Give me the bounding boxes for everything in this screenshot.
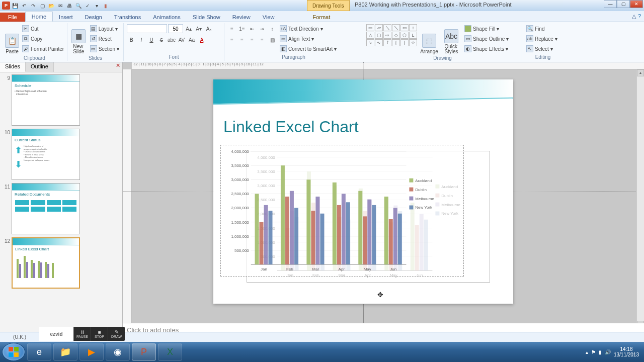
start-button[interactable]	[2, 343, 25, 361]
taskbar-chrome[interactable]: ◉	[106, 343, 130, 360]
slide-title[interactable]: Linked Excel Chart	[213, 108, 513, 140]
line-spacing-button[interactable]: ↕	[268, 24, 277, 33]
save-icon[interactable]: 💾	[11, 2, 19, 10]
grow-font-icon[interactable]: A▴	[184, 24, 193, 33]
shapes-gallery[interactable]: ▭▱＼＼▭↕ △▢⇨◇⬡L ∿∿⤴{}☆	[366, 24, 417, 46]
underline-button[interactable]: U	[147, 35, 156, 44]
shrink-font-icon[interactable]: A▾	[194, 24, 203, 33]
help-icon[interactable]: ?	[638, 13, 641, 20]
taskbar-excel[interactable]: X	[158, 343, 182, 360]
chart-icon[interactable]: ▮	[102, 2, 110, 10]
tab-review[interactable]: Review	[226, 13, 257, 22]
tab-view[interactable]: View	[257, 13, 281, 22]
status-language[interactable]: (U.K.)	[13, 334, 26, 340]
recorder-stop-button[interactable]: ■STOP	[91, 327, 108, 341]
redo-icon[interactable]: ↷	[29, 2, 37, 10]
strike-button[interactable]: S̶	[157, 35, 166, 44]
screen-recorder-toolbar[interactable]: ezvid ⏸PAUSE ■STOP ✎DRAW	[39, 327, 125, 341]
recorder-draw-button[interactable]: ✎DRAW	[108, 327, 125, 341]
layout-button[interactable]: ▤Layout ▾	[89, 24, 120, 33]
taskbar-powerpoint[interactable]: P	[132, 343, 156, 360]
thumb-9[interactable]: 9 Schedule• Review high-level schedule m…	[1, 74, 121, 126]
tab-insert[interactable]: Insert	[53, 13, 79, 22]
change-case-button[interactable]: Aa	[187, 35, 196, 44]
thumbnail-list[interactable]: 9 Schedule• Review high-level schedule m…	[0, 72, 122, 342]
preview-icon[interactable]: 🔍	[74, 2, 83, 10]
slide-edit-area[interactable]: ·12·|·11·|·10·|·9·|·8·|·7·|·6·|·5·|·4·|·…	[123, 62, 644, 342]
shape-outline-button[interactable]: ▭Shape Outline ▾	[463, 34, 510, 43]
tray-up-icon[interactable]: ▴	[586, 349, 588, 355]
scroll-up-icon[interactable]: ▴	[637, 69, 644, 76]
minimize-ribbon-icon[interactable]: △	[632, 13, 636, 20]
columns-button[interactable]: ▥	[268, 35, 277, 44]
font-color-button[interactable]: A	[197, 35, 206, 44]
maximize-button[interactable]: ▢	[617, 0, 630, 8]
close-button[interactable]: ✕	[630, 0, 643, 8]
shape-effects-button[interactable]: ◐Shape Effects ▾	[463, 44, 510, 53]
tab-slideshow[interactable]: Slide Show	[187, 13, 226, 22]
bullets-button[interactable]: ≡	[227, 24, 236, 33]
tray-volume-icon[interactable]: 🔊	[605, 349, 611, 355]
char-spacing-button[interactable]: AV	[177, 35, 186, 44]
undo-icon[interactable]: ↶	[20, 2, 28, 10]
tab-home[interactable]: Home	[25, 12, 53, 22]
thumb-10[interactable]: 10 Current Status ⬆ High-level overview …	[1, 129, 121, 180]
find-button[interactable]: 🔍Find	[525, 24, 558, 33]
shadow-button[interactable]: abc	[167, 35, 176, 44]
clear-format-icon[interactable]: Aₓ	[204, 24, 213, 33]
panel-tab-slides[interactable]: Slides	[0, 62, 26, 72]
taskbar-ie[interactable]: e	[27, 343, 51, 360]
font-family-input[interactable]	[127, 24, 167, 33]
reset-button[interactable]: ↺Reset	[89, 34, 120, 43]
section-button[interactable]: ▭Section ▾	[89, 44, 120, 53]
slide-canvas[interactable]: Linked Excel Chart 500,0001,000,0001,500…	[213, 79, 513, 304]
spell-icon[interactable]: ✓	[84, 2, 92, 10]
chart-object[interactable]: 500,0001,000,0001,500,0002,000,0002,500,…	[220, 145, 464, 277]
arrange-button[interactable]: ⬚Arrange	[419, 24, 439, 54]
tab-format[interactable]: Format	[306, 13, 336, 22]
system-tray[interactable]: ▴ ⚑ ▮ 🔊 14:18 13/11/2013	[586, 346, 642, 357]
quick-styles-button[interactable]: AbcQuick Styles	[441, 24, 461, 54]
new-slide-button[interactable]: ▦ New Slide	[70, 24, 87, 54]
tab-animations[interactable]: Animations	[147, 13, 186, 22]
tab-design[interactable]: Design	[79, 13, 108, 22]
select-button[interactable]: ↖Select ▾	[525, 44, 558, 53]
align-center-button[interactable]: ≡	[237, 35, 247, 44]
italic-button[interactable]: I	[137, 35, 146, 44]
minimize-button[interactable]: —	[604, 0, 617, 8]
align-left-button[interactable]: ≡	[227, 35, 236, 44]
paste-button[interactable]: 📋 Paste	[5, 24, 19, 54]
new-icon[interactable]: ▢	[38, 2, 46, 10]
thumb-11[interactable]: 11 Related Documents	[1, 183, 121, 234]
panel-tab-outline[interactable]: Outline	[26, 62, 54, 72]
align-text-button[interactable]: ▭Align Text ▾	[279, 34, 338, 43]
copy-button[interactable]: ⧉Copy	[21, 34, 65, 43]
tray-flag-icon[interactable]: ⚑	[591, 349, 596, 355]
email-icon[interactable]: ✉	[56, 2, 64, 10]
quickprint-icon[interactable]: 🖶	[65, 2, 73, 10]
recorder-pause-button[interactable]: ⏸PAUSE	[73, 327, 91, 341]
tab-transitions[interactable]: Transitions	[108, 13, 147, 22]
cut-button[interactable]: ✂Cut	[21, 24, 65, 33]
taskbar-explorer[interactable]: 📁	[53, 343, 77, 360]
convert-smartart-button[interactable]: ◧Convert to SmartArt ▾	[279, 44, 338, 53]
numbering-button[interactable]: 1≡	[237, 24, 247, 33]
format-painter-button[interactable]: 🖌Format Painter	[21, 44, 65, 53]
shape-fill-button[interactable]: Shape Fill ▾	[463, 24, 510, 33]
taskbar-media[interactable]: ▶	[79, 343, 104, 360]
inc-indent-button[interactable]: ⇥	[258, 24, 267, 33]
panel-close-icon[interactable]: ✕	[113, 62, 122, 72]
tab-file[interactable]: File	[0, 13, 25, 22]
vertical-scrollbar[interactable]: ▴ ▾ ⏮ ⏭	[636, 69, 644, 342]
font-size-input[interactable]	[168, 24, 183, 33]
tray-network-icon[interactable]: ▮	[599, 349, 602, 355]
bold-button[interactable]: B	[127, 35, 136, 44]
qat-more-icon[interactable]: ▾	[93, 2, 101, 10]
replace-button[interactable]: abReplace ▾	[525, 34, 558, 43]
thumb-12[interactable]: 12 Linked Excel Chart	[1, 237, 121, 289]
align-right-button[interactable]: ≡	[248, 35, 257, 44]
text-direction-button[interactable]: ↕AText Direction ▾	[279, 24, 338, 33]
open-icon[interactable]: 📂	[47, 2, 55, 10]
justify-button[interactable]: ≡	[258, 35, 267, 44]
dec-indent-button[interactable]: ⇤	[248, 24, 257, 33]
